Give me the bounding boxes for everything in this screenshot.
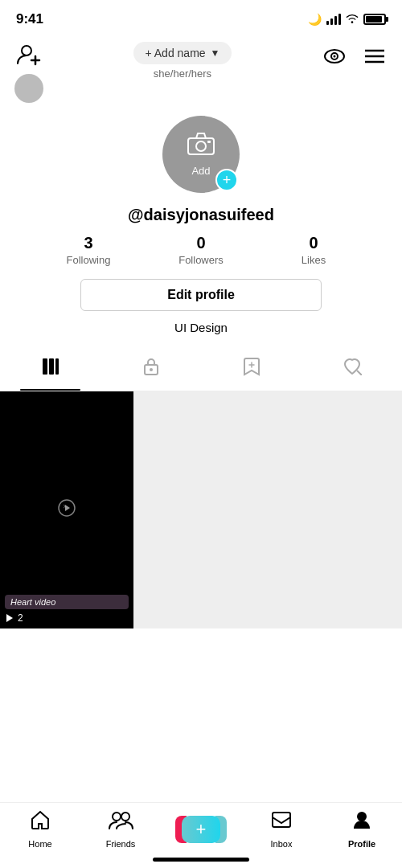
nav-home-label: Home xyxy=(28,839,51,849)
plus-icon: + xyxy=(196,819,207,840)
svg-point-16 xyxy=(150,368,153,371)
add-name-label: + Add name xyxy=(145,47,205,59)
svg-rect-11 xyxy=(207,141,211,143)
svg-marker-19 xyxy=(6,614,13,622)
heart-icon xyxy=(343,358,362,380)
home-indicator xyxy=(0,853,402,862)
tab-videos[interactable] xyxy=(0,347,100,391)
header-right xyxy=(320,39,389,71)
menu-button[interactable] xyxy=(360,42,389,71)
svg-point-5 xyxy=(333,55,335,58)
create-button[interactable]: + xyxy=(182,816,220,843)
chevron-down-icon: ▼ xyxy=(211,47,220,59)
content-tabs xyxy=(0,347,402,391)
edit-profile-button[interactable]: Edit profile xyxy=(80,279,322,311)
status-bar: 9:41 🌙 xyxy=(0,0,402,35)
wifi-icon xyxy=(346,13,359,26)
plus-badge-button[interactable]: + xyxy=(215,169,238,191)
pronouns-text: she/her/hers xyxy=(154,68,211,80)
eye-button[interactable] xyxy=(320,42,349,71)
header-row: + Add name ▼ she/her/hers xyxy=(0,35,402,103)
tab-liked[interactable] xyxy=(302,347,402,391)
content-spacer xyxy=(0,628,402,789)
add-name-button[interactable]: + Add name ▼ xyxy=(133,42,231,64)
small-avatar xyxy=(14,74,43,103)
camera-icon xyxy=(187,132,215,162)
followers-label: Followers xyxy=(178,254,224,266)
nav-profile-label: Profile xyxy=(348,839,375,849)
video-play-count-0: 2 xyxy=(5,612,129,624)
status-time: 9:41 xyxy=(16,11,43,27)
likes-label: Likes xyxy=(302,254,326,266)
svg-line-17 xyxy=(357,371,362,375)
bookmark-icon xyxy=(243,357,260,381)
tab-bookmarks[interactable] xyxy=(201,347,302,391)
add-user-button[interactable] xyxy=(13,39,45,71)
stats-row: 3 Following 0 Followers 0 Likes xyxy=(0,234,402,279)
nav-inbox-label: Inbox xyxy=(271,839,293,849)
following-stat[interactable]: 3 Following xyxy=(32,234,145,266)
header-left xyxy=(13,39,45,103)
svg-point-10 xyxy=(196,141,206,151)
inbox-icon xyxy=(271,809,292,836)
following-label: Following xyxy=(67,254,111,266)
profile-photo-wrap: Add + xyxy=(162,116,240,193)
likes-stat[interactable]: 0 Likes xyxy=(257,234,370,266)
svg-point-21 xyxy=(121,813,129,821)
play-count-number: 2 xyxy=(18,612,23,624)
bio-text: UI Design xyxy=(0,321,402,347)
grid-icon xyxy=(42,358,59,380)
video-cell-0[interactable]: Heart video 2 xyxy=(0,391,133,628)
nav-friends-label: Friends xyxy=(106,839,136,849)
tab-private[interactable] xyxy=(100,347,201,391)
svg-point-0 xyxy=(22,46,31,55)
svg-rect-12 xyxy=(43,358,47,375)
moon-icon: 🌙 xyxy=(308,13,322,26)
lock-icon xyxy=(143,357,159,381)
followers-count: 0 xyxy=(196,234,205,252)
nav-create[interactable]: + xyxy=(177,816,225,843)
video-play-icon xyxy=(57,498,76,522)
svg-rect-13 xyxy=(49,358,54,375)
add-photo-label: Add xyxy=(191,165,210,177)
profile-icon xyxy=(352,809,371,836)
nav-profile[interactable]: Profile xyxy=(338,809,386,849)
friends-icon xyxy=(108,809,133,836)
home-icon xyxy=(30,809,51,836)
svg-point-20 xyxy=(113,813,121,821)
nav-friends[interactable]: Friends xyxy=(96,809,145,849)
svg-point-23 xyxy=(357,812,367,821)
likes-count: 0 xyxy=(309,234,318,252)
nav-home[interactable]: Home xyxy=(16,809,64,849)
username: @daisyjonasuifeed xyxy=(0,203,402,234)
followers-stat[interactable]: 0 Followers xyxy=(145,234,257,266)
battery-icon xyxy=(363,14,386,25)
status-icons: 🌙 xyxy=(308,13,386,26)
svg-rect-14 xyxy=(55,358,59,375)
following-count: 3 xyxy=(84,234,92,252)
nav-inbox[interactable]: Inbox xyxy=(257,809,306,849)
video-grid: Heart video 2 xyxy=(0,391,402,628)
signal-bars xyxy=(326,14,341,25)
profile-photo-section: Add + xyxy=(0,103,402,203)
header-center: + Add name ▼ she/her/hers xyxy=(133,39,231,80)
video-tag-0: Heart video xyxy=(5,595,129,609)
